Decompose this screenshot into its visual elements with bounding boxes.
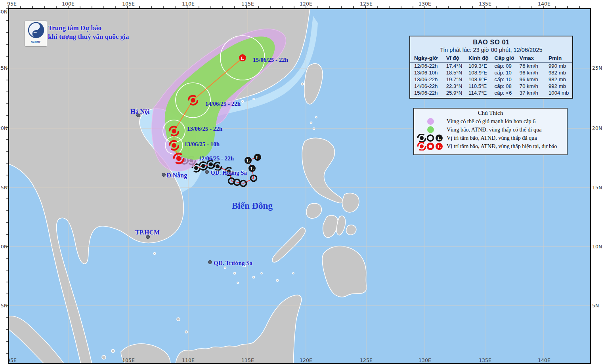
legend-item-label: Vùng bão, ATNĐ, vùng thấp có thể đi qua (447, 126, 542, 133)
nchmf-emblem-icon (27, 21, 45, 39)
track-time-label: 14/06/25 - 22h (205, 101, 241, 107)
table-cell: 982 mb (548, 69, 572, 76)
table-cell: 37 km/h (519, 90, 548, 96)
axis-label-right: 20N (592, 125, 602, 131)
table-cell: cấp: 09 (494, 63, 519, 70)
city-marker (205, 170, 209, 174)
axis-label-left: 15N (0, 185, 8, 191)
axis-label-top: 110E (182, 1, 195, 7)
axis-label-left: 25N (0, 65, 8, 71)
table-column-header: Vmax (519, 54, 548, 63)
table-column-header: Ngày-giờ (410, 54, 445, 63)
table-cell: cấp: 08 (494, 83, 519, 90)
axis-label-bottom: 120E (300, 357, 312, 363)
legend-title: Chú Thích (414, 109, 567, 117)
track-time-label: 13/06/25 - 22h (187, 126, 223, 132)
table-cell: 110.5°E (468, 83, 494, 90)
legend-item-label: Vị trí tâm bão, ATNĐ, vùng thấp đã qua (447, 135, 537, 141)
city-label: QĐ. Trường Sa (214, 260, 253, 266)
nchmf-logo-text: NCHMF (25, 40, 47, 43)
sea-name-label: Biển Đông (232, 201, 273, 211)
table-row: 12/06-22h17.4°N109.3°Ecấp: 0976 km/h990 … (410, 63, 572, 70)
legend-icon-cell (414, 134, 447, 142)
past-position-low-icon (254, 154, 261, 161)
agency-line2: khí tượng thuỷ văn quốc gia (48, 32, 129, 41)
axis-label-right: 10N (592, 244, 602, 250)
table-cell: 13/06-22h (410, 76, 445, 83)
table-cell: 96 km/h (519, 69, 548, 76)
axis-label-bottom: 110E (182, 357, 195, 363)
table-cell: 70 km/h (519, 83, 548, 90)
agency-name: Trung tâm Dự báo khí tượng thuỷ văn quốc… (48, 24, 129, 41)
table-cell: 12/06-22h (410, 63, 445, 70)
axis-label-left: 30N (0, 9, 8, 15)
axis-label-top: 135E (479, 1, 491, 7)
table-cell: 18.5°N (445, 69, 468, 76)
axis-label-bottom: 135E (479, 357, 491, 363)
table-cell: 13/06-10h (410, 69, 445, 76)
green-area-icon (427, 126, 434, 133)
past-position-low-icon (245, 157, 252, 164)
table-cell: 76 km/h (519, 63, 548, 70)
axis-label-right: 25N (592, 65, 602, 71)
bulletin-issued: Tin phát lúc: 23 giờ 00 phút, 12/06/2025 (410, 46, 572, 54)
table-column-header: Kinh độ (468, 54, 494, 63)
track-time-label: 15/06/25 - 22h (253, 57, 289, 63)
legend-item: Vị trí tâm bão, ATNĐ, vùng thấp đã qua (414, 134, 567, 142)
table-cell: 109.3°E (468, 63, 494, 70)
track-time-label: 13/06/25 - 10h (184, 141, 220, 147)
axis-label-bottom: 125E (360, 357, 373, 363)
table-cell: cấp: <6 (494, 90, 519, 96)
table-cell: 96 km/h (519, 76, 548, 83)
forecast-symbols-icon (417, 142, 443, 151)
legend-item-label: Vị trí tâm bão, ATNĐ, vùng thấp hiện tại… (447, 143, 557, 150)
bulletin-title: BAO SO 01 (410, 38, 572, 46)
axis-label-left: 10N (0, 244, 8, 250)
axis-label-top: 100E (62, 1, 75, 7)
legend-icon-cell (414, 142, 447, 151)
table-cell: 114.7°E (468, 90, 494, 96)
purple-area-icon (427, 118, 434, 125)
forecast-position-low-icon (239, 54, 246, 61)
city-label: Đ.Nẵng (166, 172, 187, 179)
track-time-label: 12/06/25 - 22h (199, 155, 234, 162)
city-marker (162, 173, 166, 177)
axis-label-top: 105E (122, 1, 135, 7)
past-symbols-icon (417, 134, 443, 142)
table-column-header: Cấp gió (494, 54, 519, 63)
legend: Chú Thích Vùng có thể có gió mạnh lớn hơ… (413, 108, 568, 155)
table-cell: 108.9°E (468, 76, 494, 83)
city-label: QĐ. Hoàng Sa (210, 170, 247, 176)
table-cell: 15/06-22h (410, 90, 445, 96)
axis-label-top: 95E (7, 1, 17, 7)
axis-label-top: 120E (300, 1, 312, 7)
table-cell: 992 mb (548, 83, 572, 90)
agency-line1: Trung tâm Dự báo (48, 24, 129, 32)
table-cell: 1004 mb (548, 90, 572, 96)
axis-label-top: 125E (360, 1, 373, 7)
city-label: Hà Nội (130, 108, 150, 115)
legend-item: Vùng bão, ATNĐ, vùng thấp có thể đi qua (414, 126, 567, 134)
axis-label-top: 115E (241, 1, 254, 7)
axis-label-right: 5N (592, 303, 599, 309)
past-position-low-icon (248, 165, 256, 172)
table-cell: 19.7°N (445, 76, 468, 83)
table-cell: cấp: 10 (494, 76, 519, 83)
axis-label-bottom: 105E (122, 357, 135, 363)
axis-label-top: 140E (538, 1, 550, 7)
axis-label-right: 15N (592, 185, 602, 191)
axis-label-top: 130E (419, 1, 431, 7)
table-cell: 14/06-22h (410, 83, 445, 90)
forecast-data-table: Ngày-giờVĩ độKinh độCấp gióVmaxPmin 12/0… (410, 54, 572, 96)
legend-icon-cell (414, 126, 447, 133)
nchmf-logo: NCHMF (25, 21, 47, 47)
axis-label-left: 5N (1, 303, 8, 309)
table-row: 13/06-10h18.5°N108.9°Ecấp: 1096 km/h982 … (410, 69, 572, 76)
table-cell: 22.3°N (445, 83, 468, 90)
axis-label-bottom: 115E (241, 357, 254, 363)
table-cell: 108.9°E (468, 69, 494, 76)
city-label: TP.HCM (135, 229, 160, 236)
bohol-island (346, 225, 356, 235)
legend-item: Vị trí tâm bão, ATNĐ, vùng thấp hiện tại… (414, 142, 567, 151)
legend-item: Vùng có thể có gió mạnh lớn hơn cấp 6 (414, 117, 567, 126)
